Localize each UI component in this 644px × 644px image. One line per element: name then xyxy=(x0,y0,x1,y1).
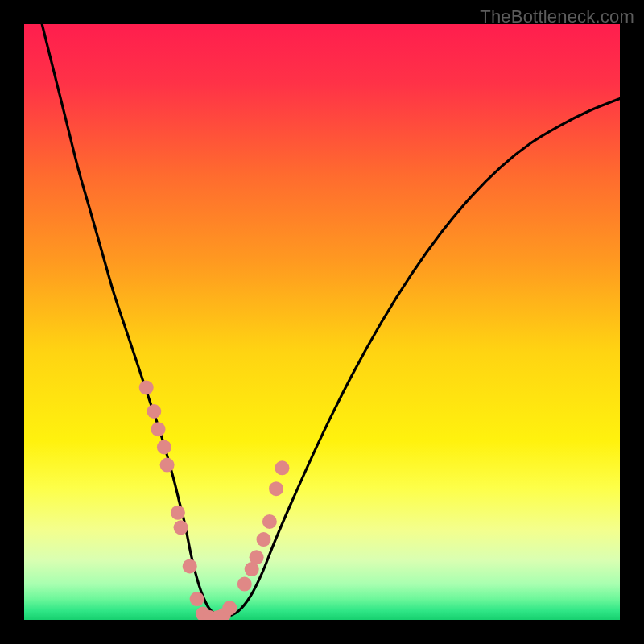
highlight-point xyxy=(262,514,277,529)
highlight-point xyxy=(171,506,185,520)
plot-area xyxy=(24,24,620,620)
highlight-point xyxy=(157,440,171,454)
gradient-background xyxy=(24,24,620,620)
highlight-point xyxy=(237,577,252,592)
highlight-point xyxy=(139,380,154,394)
highlight-point xyxy=(269,481,283,496)
highlight-point xyxy=(256,532,270,547)
highlight-point xyxy=(183,559,197,573)
highlight-point xyxy=(174,520,188,535)
highlight-point xyxy=(151,422,166,436)
highlight-point xyxy=(160,458,175,473)
highlight-point xyxy=(190,592,204,606)
chart-container: TheBottleneck.com xyxy=(0,0,644,644)
chart-svg xyxy=(24,24,620,620)
highlight-point xyxy=(222,601,237,615)
highlight-point xyxy=(275,460,289,475)
highlight-point xyxy=(147,404,161,419)
highlight-point xyxy=(250,550,264,564)
